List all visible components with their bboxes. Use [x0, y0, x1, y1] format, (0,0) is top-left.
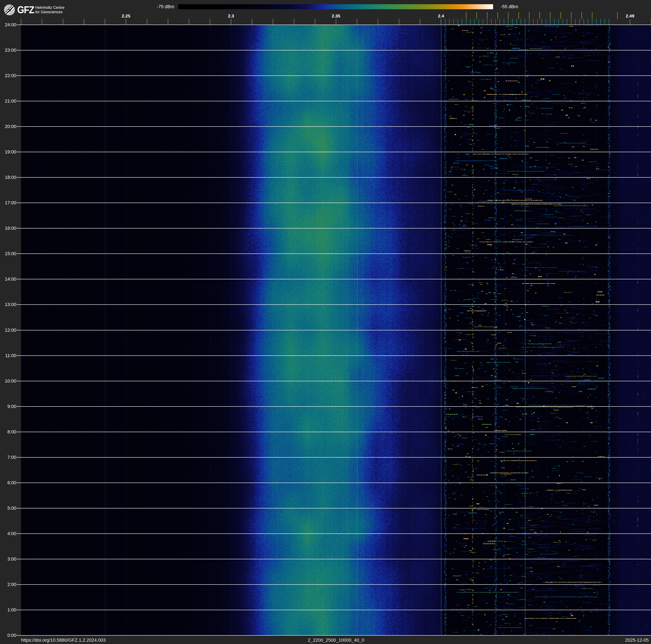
ble-channel-tick [474, 19, 475, 25]
ble-channel-tick [478, 19, 479, 25]
ble-channel-tick [508, 19, 508, 25]
ble-channel-tick [525, 19, 525, 25]
footer-doi-link: https://doi.org/10.5880/GFZ.1.2.2024.003 [21, 638, 106, 643]
footer-filename: 2_2200_2500_10000_40_0 [308, 638, 364, 643]
ble-channel-tick [554, 19, 555, 25]
wifi-channel-tick [466, 12, 466, 19]
freq-axis-label: 2.35 [332, 13, 340, 19]
wifi-channel-tick [592, 12, 592, 19]
ble-channel-tick [495, 19, 496, 25]
wifi-channel-tick [476, 12, 477, 19]
freq-minor-tick [378, 19, 378, 25]
hour-gridline [17, 508, 651, 508]
hour-gridline [17, 584, 651, 585]
hour-gridline [17, 228, 651, 229]
freq-minor-tick [294, 19, 294, 25]
ble-channel-tick [571, 19, 571, 25]
freq-minor-tick [168, 19, 168, 25]
hour-axis-label: 8:00 [0, 430, 17, 434]
hour-gridline [17, 177, 651, 178]
hour-gridline [17, 457, 651, 458]
freq-minor-tick [252, 19, 252, 25]
hour-axis-label: 14:00 [0, 277, 17, 282]
ble-channel-tick [579, 19, 580, 25]
hour-axis-label: 6:00 [0, 480, 17, 485]
freq-axis-label: 2.25 [122, 13, 130, 19]
ble-channel-tick [533, 19, 534, 25]
hour-axis-label: 22:00 [0, 74, 17, 78]
freq-minor-tick [63, 19, 63, 25]
ble-channel-tick [470, 19, 471, 25]
ble-channel-tick [546, 19, 546, 25]
hour-gridline [17, 559, 651, 559]
spectrogram-page: GFZ Helmholtz Centre for Geosciences -75… [0, 0, 651, 644]
ble-channel-tick [491, 19, 492, 25]
freq-minor-tick [630, 19, 630, 25]
ble-channel-tick [550, 19, 550, 25]
gfz-branding: GFZ Helmholtz Centre for Geosciences [4, 4, 64, 16]
hour-axis-label: 21:00 [0, 99, 17, 104]
ble-channel-tick [604, 19, 605, 25]
hour-gridline [17, 76, 651, 76]
wifi-channel-tick [508, 12, 508, 19]
hour-gridline [17, 432, 651, 432]
wifi-channel-tick [529, 12, 529, 19]
org-name-line2: for Geosciences [35, 10, 64, 14]
hour-gridline [17, 355, 651, 356]
freq-minor-tick [273, 19, 273, 25]
ble-channel-tick [454, 19, 454, 25]
hour-gridline [17, 101, 651, 101]
ble-channel-tick [575, 19, 576, 25]
hour-axis-label: 9:00 [0, 404, 17, 409]
freq-minor-tick [105, 19, 105, 25]
freq-minor-tick [21, 19, 21, 25]
wifi-channel-tick [617, 12, 618, 19]
hour-gridline [17, 50, 651, 51]
hour-axis-label: 15:00 [0, 252, 17, 256]
ble-channel-tick [504, 19, 504, 25]
wifi-channel-tick [560, 12, 561, 19]
hour-gridline [17, 304, 651, 305]
ble-channel-tick [458, 19, 458, 25]
hour-gridline [17, 152, 651, 152]
wifi-channel-tick [582, 12, 582, 19]
ble-channel-tick [487, 19, 488, 25]
freq-minor-tick [315, 19, 315, 25]
ble-channel-tick [596, 19, 597, 25]
ble-channel-tick [588, 19, 588, 25]
hour-gridline [17, 254, 651, 254]
ble-channel-tick [500, 19, 500, 25]
hour-gridline [17, 406, 651, 407]
hour-gridline [17, 330, 651, 330]
colorbar [178, 4, 493, 9]
freq-minor-tick [399, 19, 399, 25]
brand-wordmark: GFZ [17, 5, 34, 15]
wifi-channel-tick [550, 12, 550, 19]
hour-axis-label: 5:00 [0, 506, 17, 510]
ble-channel-tick [462, 19, 462, 25]
ble-channel-tick [512, 19, 513, 25]
hour-gridline [17, 381, 651, 381]
freq-minor-tick [357, 19, 357, 25]
hour-axis-label: 16:00 [0, 226, 17, 231]
freq-axis-label: 2.3 [228, 13, 234, 19]
wifi-channel-tick [539, 12, 540, 19]
freq-axis-label: 2.4 [438, 13, 444, 19]
hour-gridline [17, 533, 651, 534]
ble-channel-tick [521, 19, 521, 25]
freq-minor-tick [84, 19, 84, 25]
ble-channel-tick [609, 19, 609, 25]
hour-axis-label: 7:00 [0, 455, 17, 460]
hour-axis-label: 10:00 [0, 379, 17, 383]
ble-channel-tick [466, 19, 466, 25]
hour-axis-label: 18:00 [0, 175, 17, 180]
gfz-globe-icon [4, 4, 15, 16]
ble-channel-tick [567, 19, 567, 25]
hour-axis-label: 11:00 [0, 353, 17, 358]
freq-minor-tick [231, 19, 231, 25]
hour-axis-label: 19:00 [0, 150, 17, 154]
ble-channel-tick [558, 19, 559, 25]
hour-axis-label: 2:00 [0, 582, 17, 587]
org-name: Helmholtz Centre for Geosciences [35, 5, 64, 14]
hour-axis-label: 23:00 [0, 48, 17, 53]
